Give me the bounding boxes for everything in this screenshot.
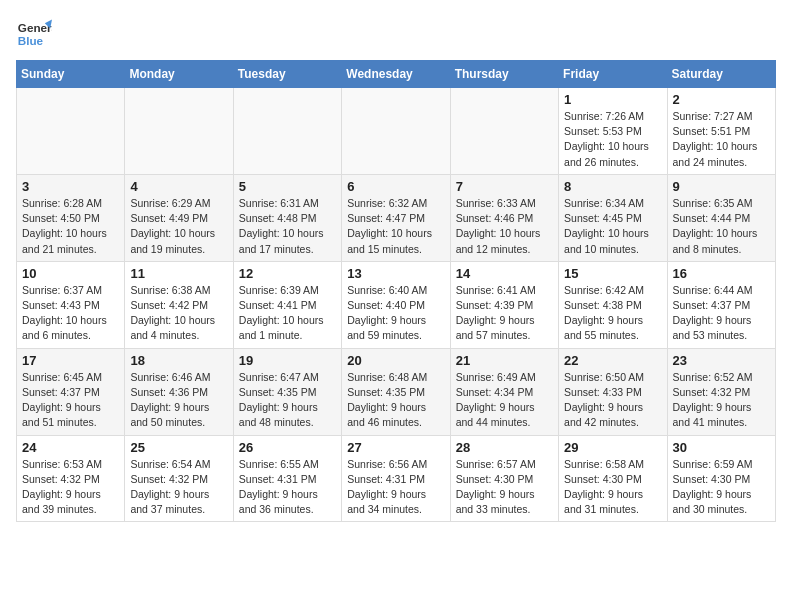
day-info: Sunrise: 6:44 AM Sunset: 4:37 PM Dayligh…	[673, 283, 770, 344]
day-info: Sunrise: 6:59 AM Sunset: 4:30 PM Dayligh…	[673, 457, 770, 518]
header: General Blue	[16, 16, 776, 52]
day-info: Sunrise: 6:45 AM Sunset: 4:37 PM Dayligh…	[22, 370, 119, 431]
calendar-cell: 2Sunrise: 7:27 AM Sunset: 5:51 PM Daylig…	[667, 88, 775, 175]
weekday-header-tuesday: Tuesday	[233, 61, 341, 88]
calendar-cell: 27Sunrise: 6:56 AM Sunset: 4:31 PM Dayli…	[342, 435, 450, 522]
day-info: Sunrise: 6:29 AM Sunset: 4:49 PM Dayligh…	[130, 196, 227, 257]
weekday-header-saturday: Saturday	[667, 61, 775, 88]
day-number: 14	[456, 266, 553, 281]
day-number: 29	[564, 440, 661, 455]
calendar-cell: 8Sunrise: 6:34 AM Sunset: 4:45 PM Daylig…	[559, 174, 667, 261]
day-info: Sunrise: 6:50 AM Sunset: 4:33 PM Dayligh…	[564, 370, 661, 431]
day-info: Sunrise: 6:37 AM Sunset: 4:43 PM Dayligh…	[22, 283, 119, 344]
day-info: Sunrise: 6:55 AM Sunset: 4:31 PM Dayligh…	[239, 457, 336, 518]
day-number: 30	[673, 440, 770, 455]
day-number: 23	[673, 353, 770, 368]
day-number: 19	[239, 353, 336, 368]
day-number: 26	[239, 440, 336, 455]
calendar-cell: 16Sunrise: 6:44 AM Sunset: 4:37 PM Dayli…	[667, 261, 775, 348]
calendar-cell: 11Sunrise: 6:38 AM Sunset: 4:42 PM Dayli…	[125, 261, 233, 348]
calendar-header: SundayMondayTuesdayWednesdayThursdayFrid…	[17, 61, 776, 88]
weekday-header-wednesday: Wednesday	[342, 61, 450, 88]
calendar-cell: 14Sunrise: 6:41 AM Sunset: 4:39 PM Dayli…	[450, 261, 558, 348]
calendar-cell	[17, 88, 125, 175]
day-info: Sunrise: 6:49 AM Sunset: 4:34 PM Dayligh…	[456, 370, 553, 431]
svg-text:Blue: Blue	[18, 34, 44, 47]
day-info: Sunrise: 6:34 AM Sunset: 4:45 PM Dayligh…	[564, 196, 661, 257]
week-row-3: 10Sunrise: 6:37 AM Sunset: 4:43 PM Dayli…	[17, 261, 776, 348]
day-number: 4	[130, 179, 227, 194]
day-info: Sunrise: 7:26 AM Sunset: 5:53 PM Dayligh…	[564, 109, 661, 170]
week-row-5: 24Sunrise: 6:53 AM Sunset: 4:32 PM Dayli…	[17, 435, 776, 522]
calendar-cell: 25Sunrise: 6:54 AM Sunset: 4:32 PM Dayli…	[125, 435, 233, 522]
day-info: Sunrise: 6:53 AM Sunset: 4:32 PM Dayligh…	[22, 457, 119, 518]
day-info: Sunrise: 6:38 AM Sunset: 4:42 PM Dayligh…	[130, 283, 227, 344]
day-number: 13	[347, 266, 444, 281]
day-info: Sunrise: 6:48 AM Sunset: 4:35 PM Dayligh…	[347, 370, 444, 431]
day-number: 21	[456, 353, 553, 368]
calendar-cell: 26Sunrise: 6:55 AM Sunset: 4:31 PM Dayli…	[233, 435, 341, 522]
calendar-cell: 15Sunrise: 6:42 AM Sunset: 4:38 PM Dayli…	[559, 261, 667, 348]
calendar-cell: 23Sunrise: 6:52 AM Sunset: 4:32 PM Dayli…	[667, 348, 775, 435]
day-info: Sunrise: 6:57 AM Sunset: 4:30 PM Dayligh…	[456, 457, 553, 518]
day-number: 2	[673, 92, 770, 107]
calendar-body: 1Sunrise: 7:26 AM Sunset: 5:53 PM Daylig…	[17, 88, 776, 522]
day-info: Sunrise: 6:54 AM Sunset: 4:32 PM Dayligh…	[130, 457, 227, 518]
day-number: 17	[22, 353, 119, 368]
day-info: Sunrise: 6:35 AM Sunset: 4:44 PM Dayligh…	[673, 196, 770, 257]
day-info: Sunrise: 6:28 AM Sunset: 4:50 PM Dayligh…	[22, 196, 119, 257]
day-info: Sunrise: 6:39 AM Sunset: 4:41 PM Dayligh…	[239, 283, 336, 344]
day-number: 27	[347, 440, 444, 455]
day-number: 5	[239, 179, 336, 194]
day-info: Sunrise: 6:42 AM Sunset: 4:38 PM Dayligh…	[564, 283, 661, 344]
calendar-cell: 17Sunrise: 6:45 AM Sunset: 4:37 PM Dayli…	[17, 348, 125, 435]
day-number: 3	[22, 179, 119, 194]
calendar-cell	[450, 88, 558, 175]
day-info: Sunrise: 6:41 AM Sunset: 4:39 PM Dayligh…	[456, 283, 553, 344]
weekday-header-sunday: Sunday	[17, 61, 125, 88]
day-number: 25	[130, 440, 227, 455]
day-number: 22	[564, 353, 661, 368]
weekday-header-friday: Friday	[559, 61, 667, 88]
day-number: 8	[564, 179, 661, 194]
calendar-cell: 20Sunrise: 6:48 AM Sunset: 4:35 PM Dayli…	[342, 348, 450, 435]
calendar-cell	[233, 88, 341, 175]
week-row-2: 3Sunrise: 6:28 AM Sunset: 4:50 PM Daylig…	[17, 174, 776, 261]
day-number: 11	[130, 266, 227, 281]
day-info: Sunrise: 6:52 AM Sunset: 4:32 PM Dayligh…	[673, 370, 770, 431]
calendar-cell: 19Sunrise: 6:47 AM Sunset: 4:35 PM Dayli…	[233, 348, 341, 435]
calendar-cell: 24Sunrise: 6:53 AM Sunset: 4:32 PM Dayli…	[17, 435, 125, 522]
calendar-cell: 1Sunrise: 7:26 AM Sunset: 5:53 PM Daylig…	[559, 88, 667, 175]
weekday-header-row: SundayMondayTuesdayWednesdayThursdayFrid…	[17, 61, 776, 88]
calendar-cell	[125, 88, 233, 175]
calendar-cell: 10Sunrise: 6:37 AM Sunset: 4:43 PM Dayli…	[17, 261, 125, 348]
calendar-cell: 7Sunrise: 6:33 AM Sunset: 4:46 PM Daylig…	[450, 174, 558, 261]
day-info: Sunrise: 6:32 AM Sunset: 4:47 PM Dayligh…	[347, 196, 444, 257]
day-number: 16	[673, 266, 770, 281]
calendar-cell: 28Sunrise: 6:57 AM Sunset: 4:30 PM Dayli…	[450, 435, 558, 522]
calendar-cell: 12Sunrise: 6:39 AM Sunset: 4:41 PM Dayli…	[233, 261, 341, 348]
day-number: 10	[22, 266, 119, 281]
day-info: Sunrise: 6:40 AM Sunset: 4:40 PM Dayligh…	[347, 283, 444, 344]
day-number: 1	[564, 92, 661, 107]
calendar-cell: 29Sunrise: 6:58 AM Sunset: 4:30 PM Dayli…	[559, 435, 667, 522]
calendar-cell: 5Sunrise: 6:31 AM Sunset: 4:48 PM Daylig…	[233, 174, 341, 261]
day-number: 7	[456, 179, 553, 194]
calendar-cell: 4Sunrise: 6:29 AM Sunset: 4:49 PM Daylig…	[125, 174, 233, 261]
calendar-cell: 21Sunrise: 6:49 AM Sunset: 4:34 PM Dayli…	[450, 348, 558, 435]
day-number: 6	[347, 179, 444, 194]
day-number: 9	[673, 179, 770, 194]
calendar-cell: 30Sunrise: 6:59 AM Sunset: 4:30 PM Dayli…	[667, 435, 775, 522]
calendar-cell: 22Sunrise: 6:50 AM Sunset: 4:33 PM Dayli…	[559, 348, 667, 435]
day-info: Sunrise: 6:33 AM Sunset: 4:46 PM Dayligh…	[456, 196, 553, 257]
calendar-cell	[342, 88, 450, 175]
calendar-cell: 18Sunrise: 6:46 AM Sunset: 4:36 PM Dayli…	[125, 348, 233, 435]
day-number: 20	[347, 353, 444, 368]
calendar-cell: 9Sunrise: 6:35 AM Sunset: 4:44 PM Daylig…	[667, 174, 775, 261]
day-number: 15	[564, 266, 661, 281]
day-info: Sunrise: 6:31 AM Sunset: 4:48 PM Dayligh…	[239, 196, 336, 257]
day-info: Sunrise: 6:46 AM Sunset: 4:36 PM Dayligh…	[130, 370, 227, 431]
day-number: 18	[130, 353, 227, 368]
day-info: Sunrise: 6:58 AM Sunset: 4:30 PM Dayligh…	[564, 457, 661, 518]
logo-icon: General Blue	[16, 16, 52, 52]
